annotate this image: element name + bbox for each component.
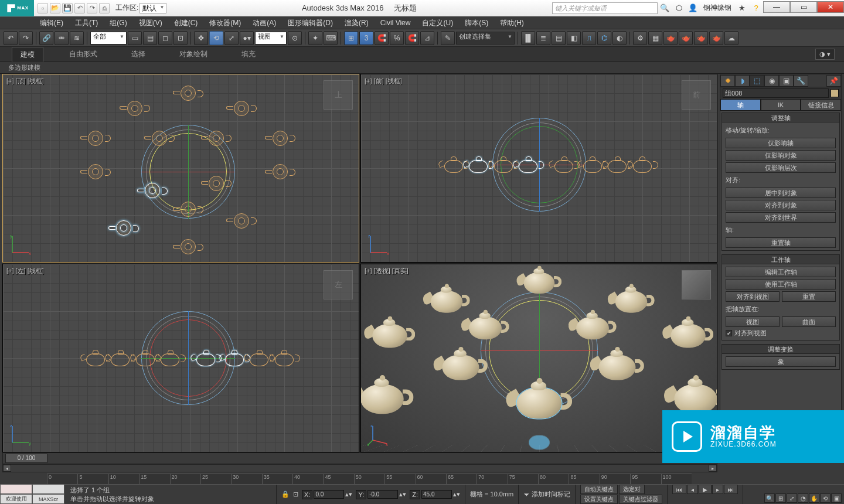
- menu-modifiers[interactable]: 修改器(M): [203, 16, 247, 30]
- goto-start-button[interactable]: ⏮: [672, 485, 686, 494]
- menu-script[interactable]: 脚本(S): [459, 16, 494, 30]
- panel-hierarchy-tab[interactable]: ⬚: [750, 75, 764, 87]
- viewcube-top[interactable]: 上: [324, 80, 353, 110]
- open-icon[interactable]: 📂: [50, 3, 60, 13]
- reset-wp-button[interactable]: 重置: [782, 291, 836, 302]
- ik-tab[interactable]: IK: [761, 99, 801, 111]
- favorite-icon[interactable]: ★: [736, 2, 748, 14]
- menu-render[interactable]: 渲染(R): [339, 16, 375, 30]
- undo-button[interactable]: ↶: [4, 31, 18, 45]
- ribbon-collapse-button[interactable]: ◑ ▾: [815, 49, 835, 60]
- render-setup-button[interactable]: ⚙: [633, 31, 647, 45]
- render-online-button[interactable]: ☁: [724, 31, 738, 45]
- zoom-extents-button[interactable]: ⤢: [787, 493, 797, 503]
- align-view-checkbox[interactable]: ✔对齐到视图: [726, 329, 836, 338]
- poly-model-bar[interactable]: 多边形建模: [0, 62, 844, 74]
- viewcube-left[interactable]: 左: [324, 270, 353, 299]
- set-key-button[interactable]: 设置关键点: [580, 495, 618, 504]
- coord-y[interactable]: [367, 490, 398, 499]
- minimize-button[interactable]: —: [763, 1, 790, 13]
- signin-icon[interactable]: 👤: [686, 2, 699, 14]
- menu-group[interactable]: 组(G): [104, 16, 132, 30]
- layer-button[interactable]: ▤: [552, 31, 566, 45]
- keyboard-shortcut-button[interactable]: ⌨: [324, 31, 338, 45]
- percent-snap-button[interactable]: %: [390, 31, 404, 45]
- ref-coord-select[interactable]: 视图: [255, 32, 287, 45]
- link-info-tab[interactable]: 链接信息: [801, 99, 841, 111]
- render-production-button[interactable]: 🫖: [663, 31, 678, 45]
- render-iterative-button[interactable]: 🫖: [679, 31, 693, 45]
- schematic-button[interactable]: ⌬: [597, 31, 611, 45]
- ribbon-tab-modeling[interactable]: 建模: [12, 47, 43, 62]
- panel-modify-tab[interactable]: ◗: [735, 75, 750, 87]
- script-mini-listener[interactable]: 欢迎使用MAXScr: [0, 484, 64, 504]
- menu-tools[interactable]: 工具(T): [69, 16, 104, 30]
- align-button[interactable]: ≣: [536, 31, 550, 45]
- fov-button[interactable]: ◔: [798, 493, 808, 503]
- goto-end-button[interactable]: ⏭: [724, 485, 738, 494]
- isolate-icon[interactable]: ⊡: [293, 491, 298, 498]
- ribbon-tab-populate[interactable]: 填充: [233, 47, 264, 62]
- bind-button[interactable]: ≋: [70, 31, 84, 45]
- menu-graph[interactable]: 图形编辑器(D): [282, 16, 339, 30]
- add-time-marker[interactable]: 添加时间标记: [532, 490, 570, 499]
- redo-button[interactable]: ↷: [19, 31, 33, 45]
- align-to-object-button[interactable]: 对齐到对象: [726, 200, 836, 210]
- orbit-button[interactable]: ⟲: [820, 493, 831, 503]
- coord-z[interactable]: [421, 490, 452, 499]
- menu-edit[interactable]: 编辑(E): [34, 16, 69, 30]
- app-menu-button[interactable]: MAX: [0, 0, 34, 16]
- toggle-layer-button[interactable]: ◧: [567, 31, 581, 45]
- select-name-button[interactable]: ▤: [143, 31, 157, 45]
- rotate-button[interactable]: ⟲: [209, 31, 223, 45]
- next-frame-button[interactable]: ▸: [712, 485, 723, 494]
- affect-hierarchy-button[interactable]: 仅影响层次: [726, 162, 836, 173]
- spinner-snap-button[interactable]: 🧲: [405, 31, 419, 45]
- save-icon[interactable]: 💾: [62, 3, 73, 13]
- reset-pivot-button[interactable]: 重置轴: [726, 237, 836, 248]
- help-search[interactable]: 键入关键字或短语: [552, 2, 658, 14]
- panel-display-tab[interactable]: ▣: [779, 75, 794, 87]
- render-frame-button[interactable]: ▦: [648, 31, 662, 45]
- link-icon[interactable]: ⎙: [99, 3, 110, 13]
- object-name-field[interactable]: [723, 88, 829, 98]
- auto-key-button[interactable]: 自动关键点: [580, 485, 618, 494]
- align-to-world-button[interactable]: 对齐到世界: [726, 212, 836, 223]
- panel-create-tab[interactable]: ✹: [720, 75, 735, 87]
- edit-working-pivot-button[interactable]: 编辑工作轴: [726, 267, 836, 277]
- viewcube-front[interactable]: 前: [682, 80, 711, 110]
- selection-filter[interactable]: 全部: [90, 32, 127, 45]
- prev-frame-button[interactable]: ◂: [687, 485, 698, 494]
- viewcube-persp[interactable]: [682, 270, 711, 299]
- move-button[interactable]: ✥: [194, 31, 208, 45]
- viewport-front[interactable]: [+] [前] [线框] 前 xz: [360, 74, 717, 263]
- zoom-button[interactable]: 🔍: [764, 493, 775, 503]
- key-filters-button[interactable]: 关键点过滤器: [619, 495, 662, 504]
- named-selection[interactable]: 创建选择集: [456, 32, 515, 45]
- workspace-select[interactable]: 默认: [139, 3, 166, 13]
- panel-motion-tab[interactable]: ◉: [764, 75, 779, 87]
- center-to-object-button[interactable]: 居中到对象: [726, 188, 836, 198]
- time-slider-handle[interactable]: 0 / 100: [5, 454, 47, 463]
- time-slider[interactable]: 0 / 100: [2, 452, 717, 464]
- help-icon[interactable]: ?: [750, 2, 763, 14]
- link-button[interactable]: 🔗: [39, 31, 53, 45]
- edge-constraint-button[interactable]: ⊿: [420, 31, 434, 45]
- render-active-button[interactable]: 🫖: [694, 31, 708, 45]
- menu-customize[interactable]: 自定义(U): [416, 16, 459, 30]
- window-crossing-button[interactable]: ⊡: [173, 31, 188, 45]
- horizontal-scrollbar[interactable]: ◂ ▸: [2, 464, 717, 472]
- menu-view[interactable]: 视图(V): [133, 16, 168, 30]
- viewport-left[interactable]: [+] [左] [线框] 左 yz: [2, 264, 359, 452]
- viewport-top[interactable]: [+] [顶] [线框] 上 xy: [2, 74, 359, 263]
- affect-object-button[interactable]: 仅影响对象: [726, 150, 836, 161]
- curve-editor-button[interactable]: ⎍: [582, 31, 596, 45]
- menu-animation[interactable]: 动画(A): [247, 16, 282, 30]
- angle-snap-button[interactable]: 🧲: [375, 31, 389, 45]
- placement-button[interactable]: ●▾: [240, 31, 254, 45]
- redo-icon[interactable]: ↷: [87, 3, 97, 13]
- pan-button[interactable]: ✋: [809, 493, 819, 503]
- material-editor-button[interactable]: ◐: [612, 31, 627, 45]
- unlink-button[interactable]: ⚮: [55, 31, 69, 45]
- play-button[interactable]: ▶: [699, 485, 712, 494]
